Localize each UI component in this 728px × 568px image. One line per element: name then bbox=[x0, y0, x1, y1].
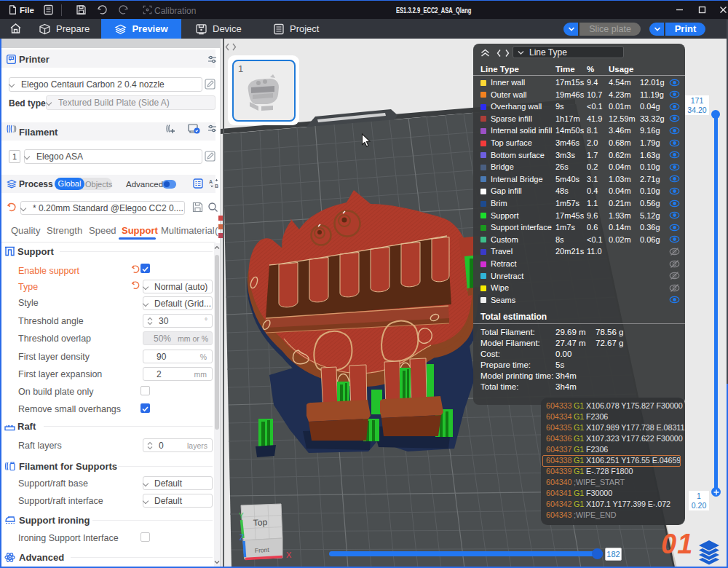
svg-text:Z: Z bbox=[240, 534, 244, 542]
svg-text:Top: Top bbox=[253, 517, 267, 528]
svg-text:X: X bbox=[286, 551, 292, 559]
svg-text:Y: Y bbox=[239, 512, 244, 520]
svg-text:Front: Front bbox=[255, 546, 270, 554]
svg-text:A: A bbox=[209, 179, 213, 184]
svg-text:B: B bbox=[215, 184, 218, 189]
